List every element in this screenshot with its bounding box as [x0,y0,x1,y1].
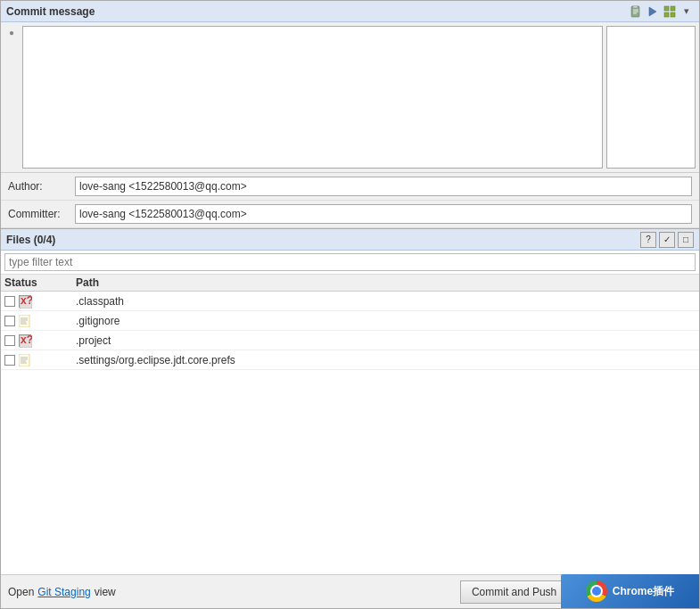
view-label: view [95,586,116,598]
row-status-gitignore [4,315,76,327]
files-icon-question[interactable]: ? [640,232,656,248]
author-row: Author: love-sang <1522580013@qq.com> [1,173,699,201]
svg-rect-9 [671,12,675,17]
svg-rect-7 [671,6,675,11]
checkbox-project[interactable] [4,335,15,346]
row-path-gitignore: .gitignore [76,315,696,327]
commit-message-left: ● [4,26,19,169]
checkbox-classpath[interactable] [4,296,15,307]
row-path-project: .project [76,334,696,347]
header-icon-grid[interactable] [663,4,677,19]
row-path-classpath: .classpath [76,295,696,308]
commit-message-textarea[interactable] [22,26,603,169]
committer-value: love-sang <1522580013@qq.com> [75,204,692,224]
chrome-extension-overlay: Chrome插件 [561,574,699,608]
header-icons: ▾ [629,4,694,19]
svg-text:x?: x? [21,296,32,307]
file-icon-settings [19,354,31,366]
author-value: love-sang <1522580013@qq.com> [75,177,692,196]
header-icon-chevron[interactable]: ▾ [679,4,694,19]
table-row[interactable]: .gitignore [1,311,699,331]
files-icon-check[interactable]: ✓ [659,232,675,248]
table-header: Status Path [1,275,699,292]
svg-text:x?: x? [21,335,32,346]
chrome-extension-text: Chrome插件 [613,584,674,599]
svg-rect-1 [633,5,638,8]
table-row[interactable]: x? .classpath [1,292,699,311]
bottom-left: Open Git Staging view [8,586,116,598]
files-table: Status Path x? .classpath [1,275,699,574]
commit-message-sidebar [606,26,696,169]
commit-message-section: Commit message [1,1,699,173]
committer-label: Committer: [8,208,75,220]
files-title: Files (0/4) [6,234,55,246]
chrome-logo-icon [586,580,607,602]
filter-row [1,251,699,275]
header-icon-clipboard[interactable] [629,4,643,19]
svg-rect-6 [664,6,669,11]
commit-message-header: Commit message [1,1,699,22]
file-icon-gitignore [19,315,31,327]
files-header: Files (0/4) ? ✓ □ [1,229,699,251]
files-icon-empty[interactable]: □ [678,232,694,248]
files-header-icons: ? ✓ □ [640,232,694,248]
file-icon-project: x? [19,334,31,347]
svg-rect-12 [19,315,29,327]
git-staging-link[interactable]: Git Staging [37,586,90,598]
commit-message-body: ● [1,22,699,172]
star-icon: ● [9,28,14,37]
row-status-classpath: x? [4,295,76,308]
svg-rect-19 [19,354,29,366]
open-label: Open [8,586,34,598]
table-row[interactable]: .settings/org.eclipse.jdt.core.prefs [1,350,699,370]
svg-rect-8 [664,12,669,17]
author-label: Author: [8,180,75,193]
committer-text: love-sang <1522580013@qq.com> [79,208,247,220]
row-status-settings [4,354,76,366]
commit-message-title: Commit message [6,5,95,18]
file-icon-classpath: x? [19,295,31,308]
author-text: love-sang <1522580013@qq.com> [79,180,247,193]
commit-and-push-button[interactable]: Commit and Push [460,580,568,604]
checkbox-gitignore[interactable] [4,316,15,326]
col-status-header: Status [4,276,76,289]
checkbox-settings[interactable] [4,355,15,366]
committer-row: Committer: love-sang <1522580013@qq.com> [1,201,699,228]
col-path-header: Path [76,276,696,289]
commit-dialog: Commit message [0,0,700,609]
svg-marker-5 [649,7,656,16]
row-path-settings: .settings/org.eclipse.jdt.core.prefs [76,354,696,366]
row-status-project: x? [4,334,76,347]
table-row[interactable]: x? .project [1,331,699,350]
files-section: Files (0/4) ? ✓ □ Status Path [1,228,699,574]
filter-input[interactable] [4,253,696,271]
header-icon-arrow[interactable] [646,4,660,19]
